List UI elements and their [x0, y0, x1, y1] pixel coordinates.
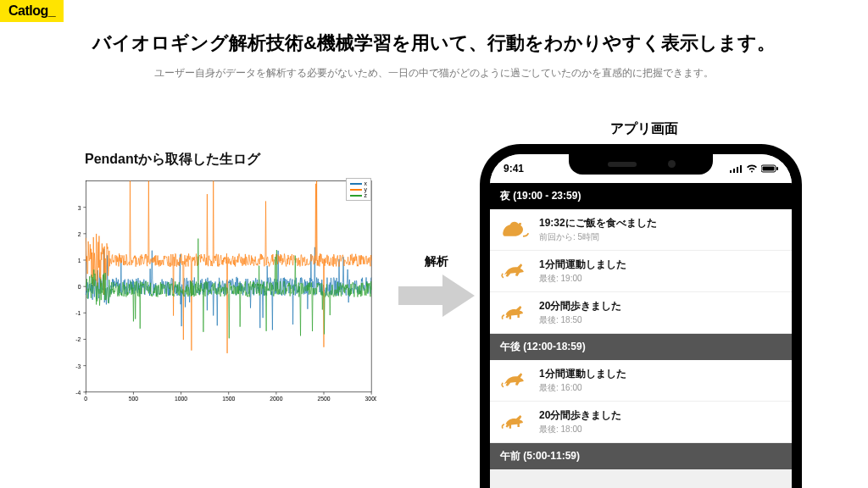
- activity-subtext: 最後: 18:00: [539, 424, 621, 435]
- raw-log-chart: -4-3-2-10123050010001500200025003000 xyz: [63, 173, 376, 410]
- activity-list[interactable]: 夜 (19:00 - 23:59) 19:32にご飯を食べました 前回から: 5…: [490, 183, 792, 469]
- svg-rect-32: [733, 169, 735, 173]
- raw-log-title: Pendantから取得した生ログ: [85, 151, 260, 169]
- app-screen-title: アプリ画面: [517, 120, 771, 138]
- chart-legend: xyz: [346, 178, 372, 201]
- svg-text:-4: -4: [75, 390, 81, 396]
- status-time: 9:41: [504, 163, 524, 175]
- svg-text:2000: 2000: [270, 396, 282, 402]
- svg-text:500: 500: [129, 396, 139, 402]
- activity-item[interactable]: 1分間運動しました 最後: 16:00: [490, 360, 792, 402]
- svg-text:-2: -2: [75, 336, 81, 342]
- cellular-icon: [730, 164, 743, 173]
- svg-text:3: 3: [78, 205, 81, 211]
- battery-icon: [761, 164, 778, 173]
- phone-frame: 9:41 夜 (19:00 - 23:59) 19:32にご飯を食べました 前回…: [480, 144, 802, 488]
- page-subtitle: ユーザー自身がデータを解析する必要がないため、一日の中で猫がどのように過ごしてい…: [0, 66, 868, 80]
- svg-text:-1: -1: [75, 310, 81, 316]
- arrow-label: 解析: [398, 254, 475, 269]
- section-header: 午後 (12:00-18:59): [490, 334, 792, 360]
- activity-subtext: 最後: 19:00: [539, 273, 626, 285]
- activity-text: 20分間歩きました: [539, 408, 621, 423]
- activity-subtext: 最後: 18:50: [539, 314, 621, 326]
- svg-text:0: 0: [84, 396, 87, 402]
- activity-text: 1分間運動しました: [539, 258, 626, 272]
- activity-text: 1分間運動しました: [539, 367, 626, 381]
- activity-item[interactable]: 19:32にご飯を食べました 前回から: 5時間: [490, 209, 792, 251]
- page-title: バイオロギング解析技術&機械学習を用いて、行動をわかりやすく表示します。: [0, 30, 868, 56]
- cat-icon: [500, 370, 531, 391]
- svg-rect-34: [740, 165, 742, 173]
- svg-rect-31: [730, 170, 732, 173]
- phone-screen: 9:41 夜 (19:00 - 23:59) 19:32にご飯を食べました 前回…: [490, 154, 792, 488]
- activity-item[interactable]: 20分間歩きました 最後: 18:00: [490, 402, 792, 443]
- svg-rect-33: [737, 167, 738, 173]
- activity-text: 20分間歩きました: [539, 299, 621, 313]
- svg-rect-37: [776, 167, 778, 170]
- cat-icon: [500, 219, 531, 240]
- section-header: 午前 (5:00-11:59): [490, 443, 792, 469]
- phone-notch: [569, 154, 713, 175]
- svg-text:2: 2: [78, 231, 81, 237]
- svg-text:2500: 2500: [317, 396, 330, 402]
- wifi-icon: [746, 164, 758, 173]
- svg-text:-3: -3: [75, 363, 81, 369]
- svg-text:3000: 3000: [365, 396, 376, 402]
- svg-text:1000: 1000: [175, 396, 187, 402]
- brand-badge: Catlog_: [0, 0, 64, 22]
- svg-text:0: 0: [78, 284, 81, 290]
- activity-text: 19:32にご飯を食べました: [539, 216, 657, 230]
- activity-item[interactable]: 1分間運動しました 最後: 19:00: [490, 251, 792, 292]
- cat-icon: [500, 302, 531, 323]
- cat-icon: [500, 261, 531, 281]
- analysis-arrow: 解析: [398, 254, 475, 320]
- cat-icon: [500, 412, 531, 432]
- activity-subtext: 最後: 16:00: [539, 382, 626, 394]
- activity-item[interactable]: 20分間歩きました 最後: 18:50: [490, 292, 792, 334]
- svg-text:1: 1: [78, 258, 81, 263]
- section-header: 夜 (19:00 - 23:59): [490, 183, 792, 209]
- activity-subtext: 前回から: 5時間: [539, 231, 657, 243]
- svg-rect-36: [763, 167, 775, 171]
- arrow-icon: [398, 274, 475, 317]
- svg-text:1500: 1500: [222, 396, 235, 402]
